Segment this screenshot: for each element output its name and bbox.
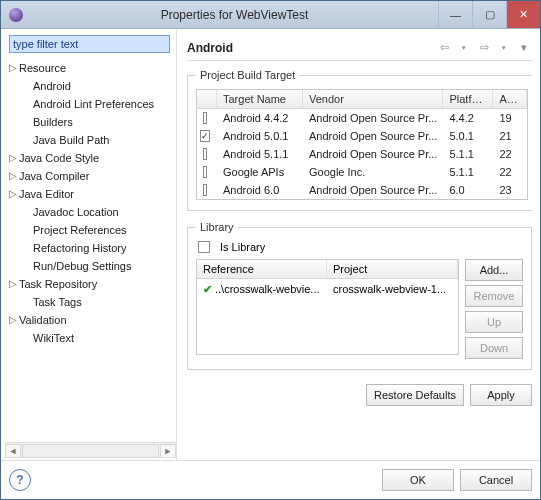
target-checkbox[interactable] (203, 112, 207, 124)
tree-item[interactable]: Builders (7, 113, 176, 131)
cell-platform: 4.4.2 (443, 110, 493, 126)
dropdown-icon[interactable]: ▾ (496, 40, 512, 56)
tree-item-label: Resource (19, 60, 66, 76)
table-row[interactable]: Google APIsGoogle Inc.5.1.122 (197, 163, 527, 181)
minimize-button[interactable]: — (438, 1, 472, 28)
col-platform[interactable]: Platfo... (443, 90, 493, 108)
cell-platform: 5.1.1 (443, 146, 493, 162)
tree-item[interactable]: Javadoc Location (7, 203, 176, 221)
tree-item[interactable]: ▷Resource (7, 59, 176, 77)
cell-reference: ✔..\crosswalk-webvie... (197, 281, 327, 298)
table-row[interactable]: Android 6.0Android Open Source Pr...6.02… (197, 181, 527, 199)
menu-dropdown-icon[interactable]: ▾ (516, 40, 532, 56)
main-panel: Android ⇦ ▾ ⇨ ▾ ▾ Project Build Target T… (177, 29, 540, 460)
tree-item[interactable]: ▷Validation (7, 311, 176, 329)
library-table[interactable]: Reference Project ✔..\crosswalk-webvie..… (196, 259, 459, 355)
tree-item-label: Android Lint Preferences (33, 96, 154, 112)
tree-item-label: Java Editor (19, 186, 74, 202)
forward-icon[interactable]: ⇨ (476, 40, 492, 56)
remove-button[interactable]: Remove (465, 285, 523, 307)
cancel-button[interactable]: Cancel (460, 469, 532, 491)
table-row[interactable]: ✓Android 5.0.1Android Open Source Pr...5… (197, 127, 527, 145)
tree-item[interactable]: Project References (7, 221, 176, 239)
cell-platform: 5.1.1 (443, 164, 493, 180)
is-library-checkbox[interactable] (198, 241, 210, 253)
restore-defaults-button[interactable]: Restore Defaults (366, 384, 464, 406)
sidebar-scrollbar[interactable]: ◄ ► (5, 442, 176, 458)
dropdown-icon[interactable]: ▾ (456, 40, 472, 56)
tree-item[interactable]: WikiText (7, 329, 176, 347)
filter-wrap (9, 35, 170, 53)
tree-item[interactable]: Android (7, 77, 176, 95)
expand-icon[interactable]: ▷ (7, 276, 19, 292)
tree[interactable]: ▷ResourceAndroidAndroid Lint Preferences… (5, 59, 176, 442)
expand-icon[interactable]: ▷ (7, 312, 19, 328)
table-row[interactable]: Android 4.4.2Android Open Source Pr...4.… (197, 109, 527, 127)
tree-item-label: Project References (33, 222, 127, 238)
back-icon[interactable]: ⇦ (436, 40, 452, 56)
col-api[interactable]: AP... (493, 90, 527, 108)
tree-item[interactable]: ▷Java Editor (7, 185, 176, 203)
page-button-row: Restore Defaults Apply (187, 380, 532, 414)
cell-vendor: Google Inc. (303, 164, 443, 180)
ok-button[interactable]: OK (382, 469, 454, 491)
build-target-table[interactable]: Target Name Vendor Platfo... AP... Andro… (196, 89, 528, 200)
tree-item-label: Task Tags (33, 294, 82, 310)
tree-item[interactable]: ▷Java Compiler (7, 167, 176, 185)
cell-platform: 6.0 (443, 182, 493, 198)
expand-icon[interactable]: ▷ (7, 60, 19, 76)
cell-name: Android 5.0.1 (217, 128, 303, 144)
sidebar: ▷ResourceAndroidAndroid Lint Preferences… (1, 29, 177, 460)
tree-item[interactable]: ▷Task Repository (7, 275, 176, 293)
help-icon[interactable]: ? (9, 469, 31, 491)
main-header: Android ⇦ ▾ ⇨ ▾ ▾ (187, 35, 532, 61)
scroll-left-icon[interactable]: ◄ (5, 444, 21, 458)
tree-item[interactable]: Android Lint Preferences (7, 95, 176, 113)
table-row[interactable]: ✔..\crosswalk-webvie...crosswalk-webview… (197, 279, 458, 300)
target-checkbox[interactable] (203, 166, 207, 178)
col-vendor[interactable]: Vendor (303, 90, 443, 108)
cell-api: 23 (493, 182, 527, 198)
library-group: Library Is Library Reference Project ✔..… (187, 221, 532, 370)
col-target-name[interactable]: Target Name (217, 90, 303, 108)
tree-item-label: Builders (33, 114, 73, 130)
cell-name: Android 5.1.1 (217, 146, 303, 162)
cell-name: Android 6.0 (217, 182, 303, 198)
tree-item-label: Android (33, 78, 71, 94)
add-button[interactable]: Add... (465, 259, 523, 281)
cell-name: Android 4.4.2 (217, 110, 303, 126)
apply-button[interactable]: Apply (470, 384, 532, 406)
cell-project: crosswalk-webview-1... (327, 281, 458, 298)
table-row[interactable]: Android 5.1.1Android Open Source Pr...5.… (197, 145, 527, 163)
tree-item[interactable]: Task Tags (7, 293, 176, 311)
target-checkbox[interactable]: ✓ (200, 130, 210, 142)
close-button[interactable]: ✕ (506, 1, 540, 28)
cell-api: 19 (493, 110, 527, 126)
is-library-label: Is Library (220, 241, 265, 253)
expand-icon[interactable]: ▷ (7, 168, 19, 184)
target-checkbox[interactable] (203, 184, 207, 196)
col-project[interactable]: Project (327, 260, 458, 278)
library-legend: Library (196, 221, 238, 233)
tree-item[interactable]: Refactoring History (7, 239, 176, 257)
scroll-right-icon[interactable]: ► (160, 444, 176, 458)
expand-icon[interactable]: ▷ (7, 186, 19, 202)
filter-input[interactable] (9, 35, 170, 53)
window-title: Properties for WebViewTest (31, 8, 438, 22)
cell-vendor: Android Open Source Pr... (303, 128, 443, 144)
check-icon: ✔ (203, 283, 212, 295)
cell-vendor: Android Open Source Pr... (303, 146, 443, 162)
maximize-button[interactable]: ▢ (472, 1, 506, 28)
tree-item-label: Run/Debug Settings (33, 258, 131, 274)
col-reference[interactable]: Reference (197, 260, 327, 278)
tree-item[interactable]: Run/Debug Settings (7, 257, 176, 275)
up-button[interactable]: Up (465, 311, 523, 333)
tree-item[interactable]: ▷Java Code Style (7, 149, 176, 167)
down-button[interactable]: Down (465, 337, 523, 359)
cell-api: 22 (493, 164, 527, 180)
target-checkbox[interactable] (203, 148, 207, 160)
tree-item-label: Java Build Path (33, 132, 109, 148)
tree-item[interactable]: Java Build Path (7, 131, 176, 149)
tree-item-label: WikiText (33, 330, 74, 346)
expand-icon[interactable]: ▷ (7, 150, 19, 166)
